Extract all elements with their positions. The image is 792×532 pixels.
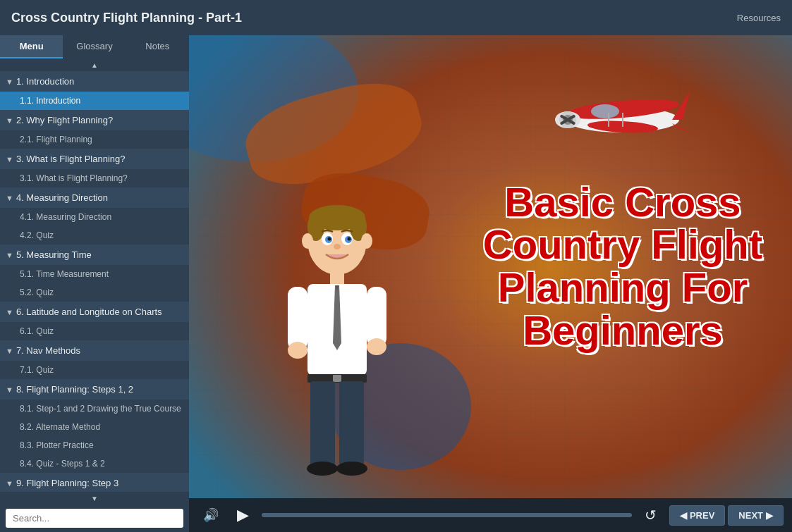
nav-buttons: ◀ PREV NEXT ▶ [669,505,784,526]
section-5: ▼ 5. Measuring Time 5.1. Time Measuremen… [0,245,189,302]
svg-point-8 [328,237,331,241]
section-2: ▼ 2. Why Flight Planning? 2.1. Flight Pl… [0,110,189,149]
svg-rect-22 [339,381,364,466]
section-8: ▼ 8. Flight Planning: Steps 1, 2 8.1. St… [0,379,189,473]
scroll-up-button[interactable]: ▲ [0,58,189,71]
menu-item-6-1[interactable]: 6.1. Quiz [0,322,189,340]
menu-item-4-1[interactable]: 4.1. Measuring Direction [0,208,189,226]
section-6-label: 6. Latitude and Longitude on Charts [16,307,162,317]
section-1-header[interactable]: ▼ 1. Introduction [0,71,189,92]
airplane-image [552,63,693,155]
svg-point-10 [334,244,341,249]
svg-rect-20 [333,375,341,382]
section-8-arrow: ▼ [6,385,13,394]
sidebar-tabs: Menu Glossary Notes [0,35,189,58]
section-2-arrow: ▼ [6,116,13,125]
tab-notes[interactable]: Notes [126,35,189,58]
svg-point-12 [361,233,372,249]
menu-item-8-3[interactable]: 8.3. Plotter Practice [0,436,189,454]
section-4-arrow: ▼ [6,194,13,202]
section-2-label: 2. Why Flight Planning? [16,115,113,125]
search-container [0,505,189,532]
section-7-label: 7. Nav Methods [16,345,80,356]
section-9: ▼ 9. Flight Planning: Step 3 [0,473,189,492]
svg-rect-21 [310,381,335,466]
menu-item-5-1[interactable]: 5.1. Time Measurement [0,265,189,283]
progress-bar[interactable] [262,513,632,517]
menu-item-2-1[interactable]: 2.1. Flight Planning [0,130,189,149]
refresh-button[interactable]: ↺ [639,504,662,526]
menu-item-8-1[interactable]: 8.1. Step-1 and 2 Drawing the True Cours… [0,400,189,418]
svg-point-11 [302,233,313,249]
tab-glossary[interactable]: Glossary [63,35,126,58]
menu-item-4-2[interactable]: 4.2. Quiz [0,226,189,245]
section-9-arrow: ▼ [6,479,13,488]
video-frame: Basic Cross Country Flight Planning For … [189,35,792,498]
section-2-header[interactable]: ▼ 2. Why Flight Planning? [0,110,189,130]
next-button[interactable]: NEXT ▶ [728,505,784,526]
content-area: Basic Cross Country Flight Planning For … [189,35,792,532]
section-8-header[interactable]: ▼ 8. Flight Planning: Steps 1, 2 [0,379,189,400]
main-layout: Menu Glossary Notes ▲ ▼ 1. Introduction … [0,35,792,532]
video-title-text: Basic Cross Country Flight Planning For … [475,181,771,353]
section-7-header[interactable]: ▼ 7. Nav Methods [0,340,189,361]
menu-item-7-1[interactable]: 7.1. Quiz [0,361,189,379]
section-3-label: 3. What is Flight Planning? [16,154,126,164]
svg-rect-27 [367,287,386,347]
svg-point-23 [307,462,338,476]
menu-item-8-2[interactable]: 8.2. Alternate Method [0,418,189,436]
scroll-down-icon: ▼ [91,495,98,502]
resources-link[interactable]: Resources [737,13,781,23]
play-icon: ▶ [237,506,249,524]
svg-point-26 [288,342,307,359]
section-6-arrow: ▼ [6,308,13,316]
section-6: ▼ 6. Latitude and Longitude on Charts 6.… [0,302,189,340]
refresh-icon: ↺ [645,507,657,524]
video-title-overlay: Basic Cross Country Flight Planning For … [475,181,771,353]
svg-point-28 [367,338,386,355]
header: Cross Country Flight Planning - Part-1 R… [0,0,792,35]
section-9-header[interactable]: ▼ 9. Flight Planning: Step 3 [0,473,189,492]
scroll-up-icon: ▲ [91,61,98,69]
svg-point-39 [591,104,619,118]
section-4: ▼ 4. Measuring Direction 4.1. Measuring … [0,187,189,245]
play-button[interactable]: ▶ [231,503,255,527]
volume-icon: 🔊 [203,507,219,523]
section-9-label: 9. Flight Planning: Step 3 [16,478,118,488]
section-1: ▼ 1. Introduction 1.1. Introduction [0,71,189,110]
section-4-header[interactable]: ▼ 4. Measuring Direction [0,187,189,208]
search-input[interactable] [6,509,183,528]
scroll-down-button[interactable]: ▼ [0,492,189,505]
sidebar-menu: ▼ 1. Introduction 1.1. Introduction ▼ 2.… [0,71,189,492]
menu-item-5-2[interactable]: 5.2. Quiz [0,283,189,302]
section-7: ▼ 7. Nav Methods 7.1. Quiz [0,340,189,379]
section-5-label: 5. Measuring Time [16,249,92,260]
section-8-label: 8. Flight Planning: Steps 1, 2 [16,384,133,395]
video-controls: 🔊 ▶ ↺ ◀ PREV NEXT ▶ [189,498,792,532]
tab-menu[interactable]: Menu [0,35,63,58]
volume-button[interactable]: 🔊 [197,505,224,526]
menu-item-1-1[interactable]: 1.1. Introduction [0,92,189,110]
page-title: Cross Country Flight Planning - Part-1 [11,11,242,25]
svg-point-24 [336,462,367,476]
section-3-arrow: ▼ [6,155,13,163]
svg-point-9 [348,237,351,241]
section-5-arrow: ▼ [6,251,13,259]
menu-item-8-4[interactable]: 8.4. Quiz - Steps 1 & 2 [0,454,189,473]
video-container: Basic Cross Country Flight Planning For … [189,35,792,498]
menu-item-3-1[interactable]: 3.1. What is Flight Planning? [0,169,189,187]
section-1-arrow: ▼ [6,78,13,86]
section-3-header[interactable]: ▼ 3. What is Flight Planning? [0,149,189,169]
section-1-label: 1. Introduction [16,76,74,87]
prev-arrow-icon: ◀ [680,510,687,521]
character-figure [274,202,401,498]
section-5-header[interactable]: ▼ 5. Measuring Time [0,245,189,265]
next-arrow-icon: ▶ [766,510,773,521]
svg-marker-33 [672,123,693,134]
section-3: ▼ 3. What is Flight Planning? 3.1. What … [0,149,189,187]
section-7-arrow: ▼ [6,347,13,355]
section-4-label: 4. Measuring Direction [16,192,108,203]
prev-button[interactable]: ◀ PREV [669,505,725,526]
svg-rect-13 [330,271,344,285]
section-6-header[interactable]: ▼ 6. Latitude and Longitude on Charts [0,302,189,322]
